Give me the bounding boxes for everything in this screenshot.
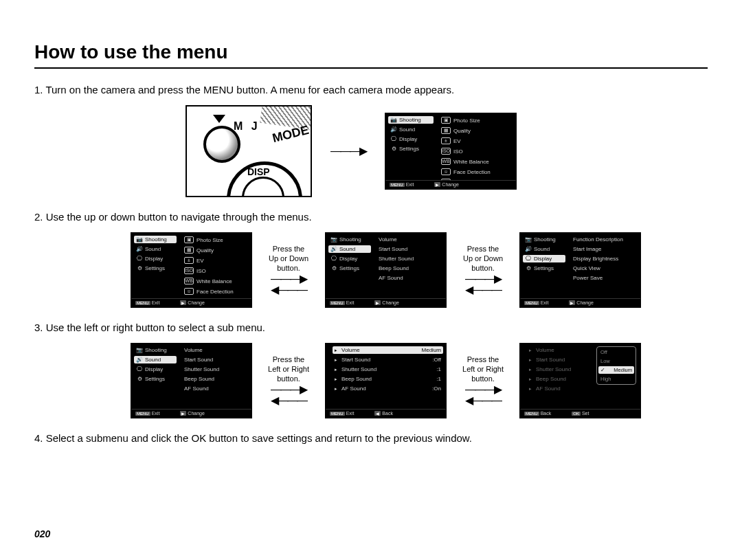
arrow-updown-2: Press the Up or Down button. ———▶ ◀——— <box>452 245 514 295</box>
lcd-shooting: 📷Shooting 🔊Sound 🖵Display ⚙Settings ▣Pho… <box>385 113 517 190</box>
menu-button-graphic <box>203 126 240 163</box>
mode-label: MODE <box>271 123 310 146</box>
page-number: 020 <box>34 528 50 539</box>
lcd-3b: VolumeMedium Start Sound:Off Shutter Sou… <box>325 343 447 418</box>
volume-options: Off Low ✓ Medium High <box>596 346 636 385</box>
lcd-3c: Volume Start Sound Shutter Sound Beep So… <box>519 343 641 418</box>
figure-row-3: 📷Shooting 🔊Sound 🖵Display ⚙Settings Volu… <box>34 343 708 418</box>
arrow-updown-1: Press the Up or Down button. ———▶ ◀——— <box>258 245 319 295</box>
side-display: 🖵Display <box>388 135 434 143</box>
lcd-2c: 📷Shooting 🔊Sound 🖵Display ⚙Settings Func… <box>519 232 641 308</box>
lcd-2a: 📷Shooting 🔊Sound 🖵Display ⚙Settings ▣Pho… <box>131 232 252 308</box>
step-1: 1. Turn on the camera and press the MENU… <box>34 84 708 96</box>
side-settings: ⚙Settings <box>388 145 434 153</box>
step-4: 4. Select a submenu and click the OK but… <box>34 432 708 444</box>
menu-arrow-icon <box>213 115 225 123</box>
lcd-2b: 📷Shooting 🔊Sound 🖵Display ⚙Settings Volu… <box>325 232 447 308</box>
camera-button-illustration: M J MODE DISP <box>186 105 312 197</box>
figure-row-2: 📷Shooting 🔊Sound 🖵Display ⚙Settings ▣Pho… <box>34 232 708 308</box>
side-shooting: 📷Shooting <box>388 116 434 124</box>
page-title: How to use the menu <box>34 41 708 63</box>
menu-label: M J <box>234 120 260 133</box>
lcd-3a: 📷Shooting 🔊Sound 🖵Display ⚙Settings Volu… <box>131 343 252 418</box>
step-2: 2. Use the up or down button to navigate… <box>34 211 708 223</box>
title-rule <box>34 67 708 69</box>
side-sound: 🔊Sound <box>388 126 434 133</box>
disp-label: DISP <box>247 166 270 177</box>
arrow-lr-2: Press the Left or Right button. ———▶ ◀——… <box>452 355 514 405</box>
arrow-lr-1: Press the Left or Right button. ———▶ ◀——… <box>258 355 319 405</box>
arrow-right: ———▶ <box>317 146 379 157</box>
figure-row-1: M J MODE DISP ———▶ 📷Shooting 🔊Sound 🖵Dis… <box>34 105 708 197</box>
step-3: 3. Use the left or right button to selec… <box>34 322 708 333</box>
